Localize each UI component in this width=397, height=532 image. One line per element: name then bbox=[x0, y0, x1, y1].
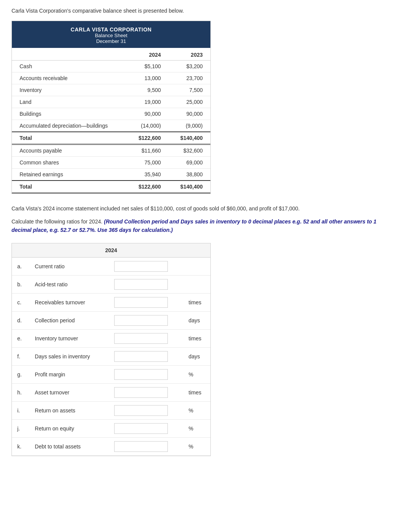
ratio-label: Acid-test ratio bbox=[30, 275, 109, 293]
list-item: a.Current ratio bbox=[12, 258, 210, 276]
ratio-label: Inventory turnover bbox=[30, 329, 109, 347]
ratio-letter: a. bbox=[12, 258, 30, 276]
bs-row-2023: 25,000 bbox=[169, 96, 210, 108]
ratio-unit bbox=[183, 275, 210, 293]
bs-row-label: Accounts payable bbox=[12, 144, 127, 157]
bs-row-2024: 90,000 bbox=[127, 108, 169, 120]
ratio-letter: b. bbox=[12, 275, 30, 293]
list-item: g.Profit margin% bbox=[12, 365, 210, 383]
bs-row-2023: 38,800 bbox=[169, 169, 210, 181]
bs-row-label: Land bbox=[12, 96, 127, 108]
ratio-letter: g. bbox=[12, 365, 30, 383]
ratio-unit: days bbox=[183, 311, 210, 329]
bs-row-2024: 75,000 bbox=[127, 157, 169, 169]
ratio-unit: % bbox=[183, 419, 210, 437]
ratios-year-header: 2024 bbox=[12, 243, 210, 258]
ratio-label: Profit margin bbox=[30, 365, 109, 383]
ratio-label: Debt to total assets bbox=[30, 437, 109, 455]
table-row: Land19,00025,000 bbox=[12, 96, 210, 108]
list-item: e.Inventory turnovertimes bbox=[12, 329, 210, 347]
list-item: k.Debt to total assets% bbox=[12, 437, 210, 455]
ratio-letter: j. bbox=[12, 419, 30, 437]
bs-col-2023: 2023 bbox=[169, 48, 210, 61]
ratio-letter: k. bbox=[12, 437, 30, 455]
ratio-unit: times bbox=[183, 329, 210, 347]
ratio-input[interactable] bbox=[114, 279, 168, 290]
ratio-input[interactable] bbox=[114, 423, 168, 434]
ratio-unit: times bbox=[183, 293, 210, 311]
bs-row-2023: (9,000) bbox=[169, 120, 210, 132]
ratio-label: Current ratio bbox=[30, 258, 109, 276]
bs-row-2024: 35,940 bbox=[127, 169, 169, 181]
ratio-label: Days sales in inventory bbox=[30, 347, 109, 365]
ratio-letter: f. bbox=[12, 347, 30, 365]
table-row: Accounts receivable13,00023,700 bbox=[12, 72, 210, 84]
ratio-input[interactable] bbox=[114, 405, 168, 416]
ratio-label: Receivables turnover bbox=[30, 293, 109, 311]
company-name: CARLA VISTA CORPORATION bbox=[16, 26, 207, 33]
ratio-letter: e. bbox=[12, 329, 30, 347]
list-item: j.Return on equity% bbox=[12, 419, 210, 437]
ratio-unit: % bbox=[183, 365, 210, 383]
ratio-input[interactable] bbox=[114, 441, 168, 452]
sheet-title: Balance Sheet bbox=[16, 33, 207, 38]
ratio-input[interactable] bbox=[114, 387, 168, 398]
ratio-input[interactable] bbox=[114, 333, 168, 344]
bs-row-label: Accumulated depreciation—buildings bbox=[12, 120, 127, 132]
ratio-input[interactable] bbox=[114, 351, 168, 362]
bs-row-2023: $32,600 bbox=[169, 144, 210, 157]
list-item: i.Return on assets% bbox=[12, 401, 210, 419]
table-row: Total$122,600$140,400 bbox=[12, 181, 210, 193]
table-row: Inventory9,5007,500 bbox=[12, 84, 210, 96]
ratio-unit: times bbox=[183, 383, 210, 401]
list-item: b.Acid-test ratio bbox=[12, 275, 210, 293]
bs-row-2024: 9,500 bbox=[127, 84, 169, 96]
bs-row-2024: $122,600 bbox=[127, 132, 169, 144]
ratio-label: Collection period bbox=[30, 311, 109, 329]
list-item: f.Days sales in inventorydays bbox=[12, 347, 210, 365]
bs-row-2024: $11,660 bbox=[127, 144, 169, 157]
ratio-letter: h. bbox=[12, 383, 30, 401]
ratio-input[interactable] bbox=[114, 315, 168, 326]
list-item: d.Collection perioddays bbox=[12, 311, 210, 329]
bs-row-2024: (14,000) bbox=[127, 120, 169, 132]
ratios-table: a.Current ratiob.Acid-test ratioc.Receiv… bbox=[12, 258, 210, 456]
ratios-container: 2024 a.Current ratiob.Acid-test ratioc.R… bbox=[11, 243, 211, 456]
instruction-text: Calculate the following ratios for 2024.… bbox=[11, 217, 386, 235]
bs-row-2024: $5,100 bbox=[127, 61, 169, 72]
bs-row-label: Common shares bbox=[12, 157, 127, 169]
table-row: Common shares75,00069,000 bbox=[12, 157, 210, 169]
ratio-label: Asset turnover bbox=[30, 383, 109, 401]
bs-row-label: Accounts receivable bbox=[12, 72, 127, 84]
ratio-label: Return on equity bbox=[30, 419, 109, 437]
balance-sheet-table: 2024 2023 Cash$5,100$3,200Accounts recei… bbox=[12, 48, 210, 194]
income-statement-text: Carla Vista's 2024 income statement incl… bbox=[11, 205, 386, 213]
table-row: Accumulated depreciation—buildings(14,00… bbox=[12, 120, 210, 132]
ratio-input[interactable] bbox=[114, 369, 168, 380]
bs-row-2023: 7,500 bbox=[169, 84, 210, 96]
bs-row-2023: $3,200 bbox=[169, 61, 210, 72]
balance-sheet-container: CARLA VISTA CORPORATION Balance Sheet De… bbox=[11, 21, 211, 194]
sheet-date: December 31 bbox=[16, 38, 207, 44]
bs-col-2024: 2024 bbox=[127, 48, 169, 61]
bs-row-label: Total bbox=[12, 132, 127, 144]
table-row: Total$122,600$140,400 bbox=[12, 132, 210, 144]
instruction-prefix: Calculate the following ratios for 2024. bbox=[11, 218, 104, 225]
ratio-label: Return on assets bbox=[30, 401, 109, 419]
bs-row-2023: $140,400 bbox=[169, 181, 210, 193]
ratio-input[interactable] bbox=[114, 297, 168, 308]
table-row: Retained earnings35,94038,800 bbox=[12, 169, 210, 181]
bs-row-label: Total bbox=[12, 181, 127, 193]
bs-row-2023: $140,400 bbox=[169, 132, 210, 144]
bs-row-label: Buildings bbox=[12, 108, 127, 120]
bs-row-2024: 19,000 bbox=[127, 96, 169, 108]
list-item: c.Receivables turnovertimes bbox=[12, 293, 210, 311]
bs-row-label: Retained earnings bbox=[12, 169, 127, 181]
table-row: Cash$5,100$3,200 bbox=[12, 61, 210, 72]
table-row: Buildings90,00090,000 bbox=[12, 108, 210, 120]
ratio-unit bbox=[183, 258, 210, 276]
ratio-unit: % bbox=[183, 401, 210, 419]
bs-row-2024: 13,000 bbox=[127, 72, 169, 84]
ratio-input[interactable] bbox=[114, 261, 168, 272]
bs-row-2023: 69,000 bbox=[169, 157, 210, 169]
